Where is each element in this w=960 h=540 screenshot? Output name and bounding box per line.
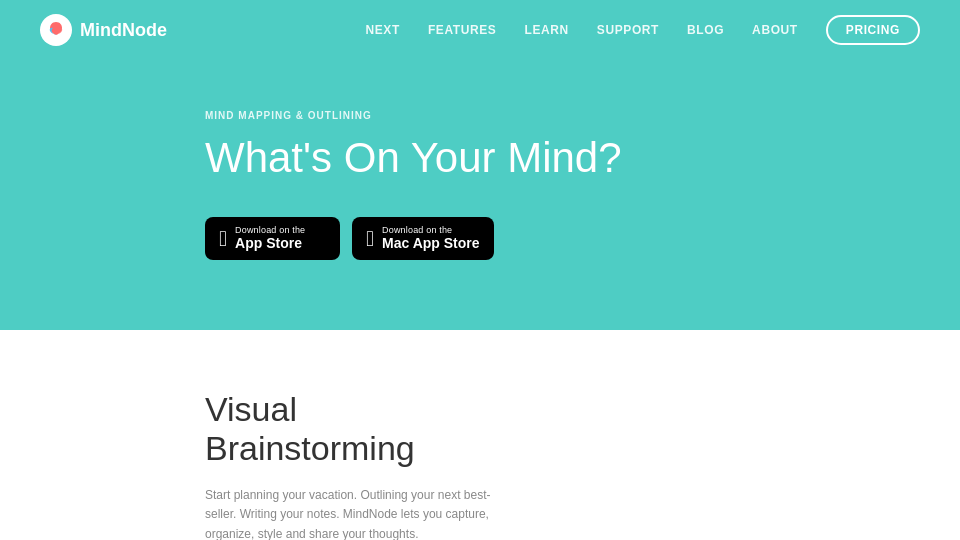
hero-title: What's On Your Mind? <box>205 135 920 181</box>
apple-icon:  <box>219 228 227 250</box>
nav-learn[interactable]: LEARN <box>524 23 568 37</box>
pricing-button[interactable]: PRICING <box>826 15 920 45</box>
nav-support[interactable]: SUPPORT <box>597 23 659 37</box>
nav-links: NEXT FEATURES LEARN SUPPORT BLOG ABOUT P… <box>365 15 920 45</box>
app-store-button[interactable]:  Download on the App Store <box>205 217 340 260</box>
app-store-top: Download on the <box>235 225 305 235</box>
mac-apple-icon:  <box>366 228 374 250</box>
mac-store-bottom: Mac App Store <box>382 235 480 252</box>
content-title: VisualBrainstorming <box>205 390 505 468</box>
logo-text: MindNode <box>80 20 167 41</box>
mac-app-store-button[interactable]:  Download on the Mac App Store <box>352 217 494 260</box>
mac-store-top: Download on the <box>382 225 480 235</box>
hero-subtitle: Mind Mapping & Outlining <box>205 110 920 121</box>
content-description: Start planning your vacation. Outlining … <box>205 486 505 540</box>
app-store-bottom: App Store <box>235 235 305 252</box>
nav-features[interactable]: FEATURES <box>428 23 497 37</box>
logo-icon <box>40 14 72 46</box>
hero-section: Mind Mapping & Outlining What's On Your … <box>0 60 960 330</box>
nav-about[interactable]: ABOUT <box>752 23 798 37</box>
nav-blog[interactable]: BLOG <box>687 23 724 37</box>
content-section: VisualBrainstorming Start planning your … <box>0 330 960 540</box>
hero-buttons:  Download on the App Store  Download o… <box>205 217 920 260</box>
navbar: MindNode NEXT FEATURES LEARN SUPPORT BLO… <box>0 0 960 60</box>
logo[interactable]: MindNode <box>40 14 167 46</box>
nav-next[interactable]: NEXT <box>365 23 399 37</box>
content-left: VisualBrainstorming Start planning your … <box>205 390 505 540</box>
